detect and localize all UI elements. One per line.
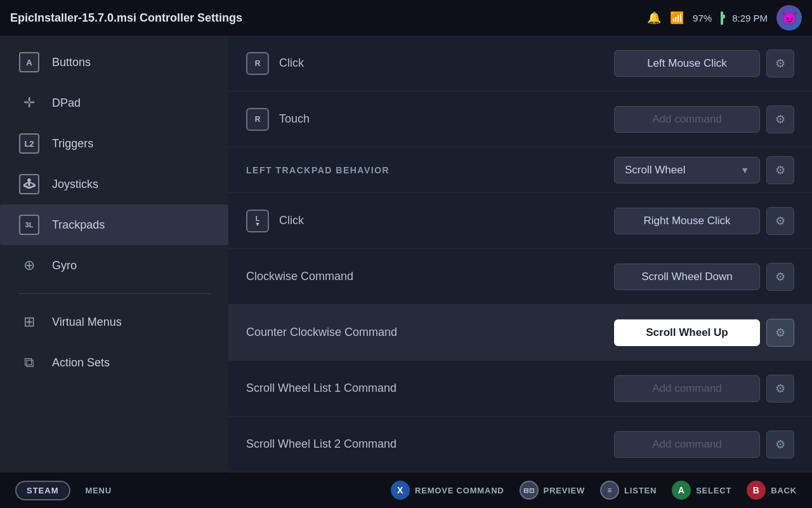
row-l-click: L ▼ Click Right Mouse Click ⚙ (228, 193, 812, 249)
remove-command-label: REMOVE COMMAND (415, 486, 504, 495)
sidebar-item-buttons[interactable]: A Buttons (0, 42, 228, 83)
avatar-emoji: 😈 (782, 10, 797, 25)
a-button-icon: A (672, 481, 691, 500)
sidebar-item-label-gyro: Gyro (52, 259, 77, 272)
avatar: 😈 (776, 5, 802, 30)
row-l-click-text: Click (279, 214, 304, 227)
row-right-click: R Click Left Mouse Click ⚙ (228, 36, 812, 91)
joysticks-icon: 🕹 (18, 173, 41, 196)
buttons-icon: A (18, 51, 41, 74)
steam-button[interactable]: STEAM (15, 481, 70, 500)
sidebar-divider (18, 293, 211, 294)
select-label: SELECT (696, 486, 731, 495)
gear-btn-scroll-list-2[interactable]: ⚙ (766, 431, 794, 458)
back-action[interactable]: B BACK (747, 481, 797, 500)
topbar: EpicInstaller-15.7.0.msi Controller Sett… (0, 0, 812, 36)
row-scroll-list-2-label: Scroll Wheel List 2 Command (246, 438, 614, 451)
buttons-badge: A (19, 52, 39, 72)
row-scroll-list-2-text: Scroll Wheel List 2 Command (246, 438, 396, 451)
row-touch-text: Touch (279, 112, 310, 126)
battery-percent: 97% (693, 13, 712, 23)
preview-action[interactable]: ⊟⊡ PREVIEW (520, 481, 586, 500)
back-label: BACK (771, 486, 797, 495)
row-touch: R Touch Add command ⚙ (228, 91, 812, 147)
sidebar-item-joysticks[interactable]: 🕹 Joysticks (0, 164, 228, 204)
remove-command-action[interactable]: X REMOVE COMMAND (391, 481, 504, 500)
battery-bar (721, 11, 723, 25)
x-button-icon: X (391, 481, 410, 500)
cmd-btn-left-mouse-click[interactable]: Left Mouse Click (614, 50, 760, 77)
gear-btn-touch[interactable]: ⚙ (766, 105, 794, 133)
battery-icon (721, 13, 723, 23)
row-counter-clockwise-label: Counter Clockwise Command (246, 326, 614, 339)
sidebar-item-virtual-menus[interactable]: ⊞ Virtual Menus (0, 302, 228, 342)
row-scroll-list-1: Scroll Wheel List 1 Command Add command … (228, 361, 812, 417)
row-scroll-list-2: Scroll Wheel List 2 Command Add command … (228, 417, 812, 472)
gear-btn-l-click[interactable]: ⚙ (766, 207, 794, 235)
cmd-btn-scroll-wheel-up[interactable]: Scroll Wheel Up (614, 319, 760, 346)
menu-button-icon: ≡ (600, 481, 619, 500)
section-left-trackpad: LEFT TRACKPAD BEHAVIOR Scroll Wheel ▼ ⚙ (228, 147, 812, 193)
section-header-actions: Scroll Wheel ▼ ⚙ (614, 156, 794, 184)
row-touch-actions: Add command ⚙ (614, 105, 794, 133)
dropdown-value: Scroll Wheel (625, 164, 685, 177)
gear-btn-click[interactable]: ⚙ (766, 50, 794, 77)
cmd-btn-scroll-list-2[interactable]: Add command (614, 431, 760, 458)
l-badge: L ▼ (246, 210, 269, 232)
sidebar-item-triggers[interactable]: L2 Triggers (0, 123, 228, 164)
cmd-btn-scroll-list-1[interactable]: Add command (614, 375, 760, 402)
row-scroll-list-1-label: Scroll Wheel List 1 Command (246, 382, 614, 395)
sidebar-item-action-sets[interactable]: ⧉ Action Sets (0, 342, 228, 383)
clock: 8:29 PM (732, 13, 768, 23)
dropdown-arrow-icon: ▼ (740, 165, 749, 175)
listen-action[interactable]: ≡ LISTEN (600, 481, 657, 500)
row-scroll-list-2-actions: Add command ⚙ (614, 431, 794, 458)
sidebar: A Buttons ✛ DPad L2 Triggers 🕹 Joysticks… (0, 36, 228, 472)
row-scroll-list-1-text: Scroll Wheel List 1 Command (246, 382, 396, 395)
select-action[interactable]: A SELECT (672, 481, 731, 500)
row-touch-label: R Touch (246, 108, 614, 131)
listen-label: LISTEN (624, 486, 657, 495)
bell-icon: 🔔 (647, 11, 661, 25)
sidebar-item-dpad[interactable]: ✛ DPad (0, 83, 228, 123)
right-badge: R (246, 52, 269, 75)
main-layout: A Buttons ✛ DPad L2 Triggers 🕹 Joysticks… (0, 36, 812, 472)
gear-btn-section[interactable]: ⚙ (766, 156, 794, 184)
l-badge-arrow: ▼ (255, 221, 261, 227)
row-l-click-label: L ▼ Click (246, 210, 614, 232)
sidebar-item-label-action-sets: Action Sets (52, 356, 110, 370)
section-header-label: LEFT TRACKPAD BEHAVIOR (246, 165, 614, 175)
guide-button-icon: ⊟⊡ (520, 481, 539, 500)
gear-btn-scroll-list-1[interactable]: ⚙ (766, 375, 794, 403)
row-right-click-label: R Click (246, 52, 614, 75)
content-area: R Click Left Mouse Click ⚙ R Touch Add c… (228, 36, 812, 472)
row-counter-clockwise-text: Counter Clockwise Command (246, 326, 397, 339)
row-counter-clockwise-actions: Scroll Wheel Up ⚙ (614, 319, 794, 347)
action-sets-icon: ⧉ (18, 351, 41, 374)
row-scroll-list-1-actions: Add command ⚙ (614, 375, 794, 403)
row-clockwise-actions: Scroll Wheel Down ⚙ (614, 263, 794, 291)
cmd-btn-touch[interactable]: Add command (614, 106, 760, 133)
sidebar-item-label-dpad: DPad (52, 97, 81, 110)
topbar-title: EpicInstaller-15.7.0.msi Controller Sett… (10, 11, 242, 25)
gyro-icon: ⊕ (18, 254, 41, 277)
signal-icon: 📶 (670, 11, 684, 25)
sidebar-item-label-trackpads: Trackpads (52, 218, 105, 232)
trackpad-behavior-dropdown[interactable]: Scroll Wheel ▼ (614, 157, 760, 184)
virtual-menus-icon: ⊞ (18, 311, 41, 333)
bottombar: STEAM MENU X REMOVE COMMAND ⊟⊡ PREVIEW ≡… (0, 472, 812, 508)
row-counter-clockwise: Counter Clockwise Command Scroll Wheel U… (228, 305, 812, 361)
cmd-btn-right-mouse-click[interactable]: Right Mouse Click (614, 208, 760, 234)
row-clockwise-label: Clockwise Command (246, 270, 614, 283)
gear-btn-counter-clockwise[interactable]: ⚙ (766, 319, 794, 347)
right-badge-touch: R (246, 108, 269, 131)
gear-btn-clockwise[interactable]: ⚙ (766, 263, 794, 291)
cmd-btn-scroll-wheel-down[interactable]: Scroll Wheel Down (614, 264, 760, 290)
sidebar-item-label-triggers: Triggers (52, 137, 93, 150)
row-right-click-text: Click (279, 57, 304, 70)
sidebar-item-gyro[interactable]: ⊕ Gyro (0, 245, 228, 286)
row-l-click-actions: Right Mouse Click ⚙ (614, 207, 794, 235)
sidebar-item-trackpads[interactable]: 3L Trackpads (0, 204, 228, 245)
row-clockwise: Clockwise Command Scroll Wheel Down ⚙ (228, 249, 812, 305)
menu-action: MENU (86, 486, 112, 495)
